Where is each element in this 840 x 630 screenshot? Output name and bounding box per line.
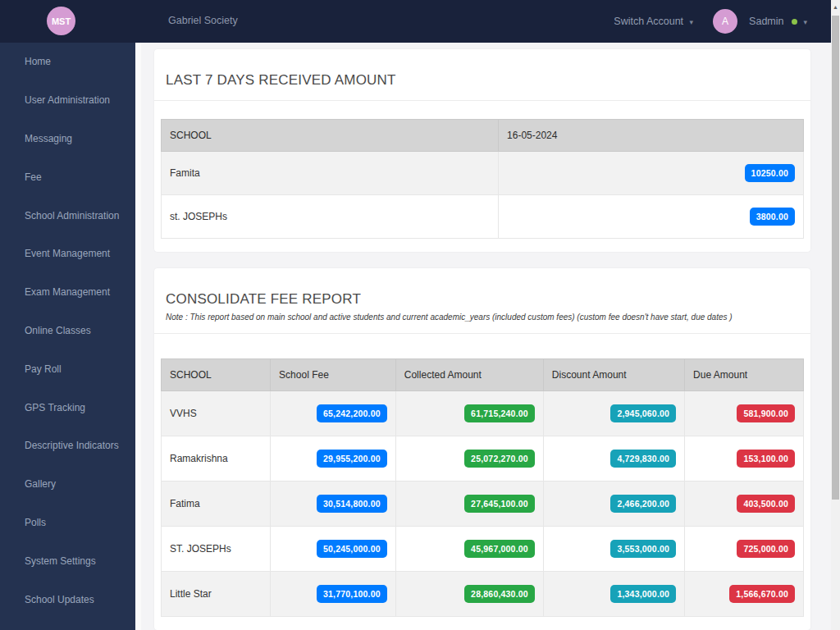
amount-cell: 1,343,000.00 [543, 572, 684, 617]
sidebar-scrollbar[interactable] [135, 43, 141, 630]
column-header: 16-05-2024 [499, 120, 804, 152]
sidebar-item-home[interactable]: Home [0, 43, 135, 81]
amount-cell: 3,553,000.00 [543, 527, 684, 572]
sidebar-item-school-updates[interactable]: School Updates [0, 580, 135, 619]
consolidate-table-body: VVHS65,242,200.0061,715,240.002,945,060.… [162, 391, 804, 617]
school-name-cell: ST. JOSEPHs [162, 527, 271, 572]
received-table-header-row: SCHOOL16-05-2024 [162, 120, 804, 152]
page-scrollbar[interactable]: ▲ [831, 0, 840, 630]
received-table-body: Famita10250.00st. JOSEPHs3800.00 [162, 152, 804, 239]
amount-badge: 31,770,100.00 [317, 585, 387, 603]
amount-badge: 581,900.00 [737, 404, 795, 422]
amount-cell: 31,770,100.00 [271, 572, 396, 617]
scrollbar-thumb[interactable] [832, 16, 839, 500]
amount-cell: 29,955,200.00 [271, 436, 396, 482]
app-logo[interactable]: MST [47, 7, 75, 35]
column-header: Collected Amount [395, 359, 543, 391]
top-navbar: MST Gabriel Society Switch Account ▾ A S… [0, 0, 840, 43]
switch-account-dropdown[interactable]: Switch Account ▾ [614, 16, 693, 27]
amount-cell: 27,645,100.00 [395, 482, 543, 527]
amount-badge: 50,245,000.00 [317, 540, 387, 558]
amount-cell: 725,000.00 [685, 527, 804, 572]
table-row: ST. JOSEPHs50,245,000.0045,967,000.003,5… [162, 527, 804, 572]
sidebar-item-polls[interactable]: Polls [0, 504, 135, 542]
amount-cell: 50,245,000.00 [271, 527, 396, 572]
consolidate-table-header-row: SCHOOLSchool FeeCollected AmountDiscount… [162, 359, 804, 391]
column-header: Due Amount [685, 359, 804, 391]
consolidate-fee-card: CONSOLIDATE FEE REPORT Note : This repor… [154, 268, 810, 630]
amount-badge: 45,967,000.00 [464, 540, 535, 558]
amount-badge: 30,514,800.00 [317, 495, 387, 513]
amount-badge: 3,553,000.00 [610, 540, 676, 558]
column-header: SCHOOL [162, 120, 499, 152]
amount-badge: 403,500.00 [737, 495, 795, 513]
amount-cell: 1,566,670.00 [685, 572, 804, 617]
table-row: Fatima30,514,800.0027,645,100.002,466,20… [162, 482, 804, 527]
amount-cell: 2,466,200.00 [543, 482, 684, 527]
school-name-cell: st. JOSEPHs [162, 195, 499, 239]
amount-cell: 581,900.00 [685, 391, 804, 436]
school-name-cell: Fatima [162, 482, 271, 527]
amount-badge: 10250.00 [745, 164, 795, 182]
user-menu-dropdown[interactable]: Sadmin ▾ [749, 16, 807, 27]
amount-cell: 2,945,060.00 [543, 391, 684, 436]
sidebar-item-event-management[interactable]: Event Management [0, 235, 135, 273]
school-name-cell: VVHS [162, 391, 271, 436]
column-header: SCHOOL [162, 359, 271, 391]
avatar[interactable]: A [713, 9, 737, 34]
amount-cell: 153,100.00 [685, 436, 804, 482]
amount-badge: 1,566,670.00 [729, 585, 795, 603]
amount-badge: 3800.00 [750, 208, 795, 226]
amount-cell: 10250.00 [499, 152, 804, 195]
amount-badge: 4,729,830.00 [610, 450, 676, 468]
received-amount-table: SCHOOL16-05-2024 Famita10250.00st. JOSEP… [161, 119, 804, 239]
amount-badge: 2,945,060.00 [610, 404, 676, 422]
school-name-cell: Little Star [162, 572, 271, 617]
app-logo-text: MST [52, 16, 71, 26]
amount-badge: 28,860,430.00 [464, 585, 535, 603]
sidebar-item-user-administration[interactable]: User Administration [0, 81, 135, 120]
amount-badge: 27,645,100.00 [464, 495, 535, 513]
consolidate-fee-table: SCHOOLSchool FeeCollected AmountDiscount… [161, 358, 804, 617]
sidebar-item-system-settings[interactable]: System Settings [0, 541, 135, 580]
column-header: Discount Amount [543, 359, 684, 391]
chevron-down-icon: ▾ [803, 18, 807, 26]
table-row: Famita10250.00 [162, 152, 804, 195]
sidebar-item-online-classes[interactable]: Online Classes [0, 312, 135, 350]
consolidate-card-note: Note : This report based on main school … [166, 313, 799, 322]
sidebar-item-school-administration[interactable]: School Administration [0, 196, 135, 235]
sidebar-item-pay-roll[interactable]: Pay Roll [0, 349, 135, 388]
sidebar-item-gps-tracking[interactable]: GPS Tracking [0, 388, 135, 427]
amount-badge: 1,343,000.00 [610, 585, 676, 603]
amount-badge: 65,242,200.00 [317, 404, 387, 422]
sidebar-item-gallery[interactable]: Gallery [0, 465, 135, 504]
sidebar: HomeUser AdministrationMessagingFeeSchoo… [0, 43, 135, 630]
amount-badge: 25,072,270.00 [464, 450, 535, 468]
scroll-up-arrow-icon[interactable]: ▲ [831, 2, 840, 13]
amount-cell: 30,514,800.00 [271, 482, 396, 527]
username: Sadmin [749, 16, 783, 27]
sidebar-item-descriptive-indicators[interactable]: Descriptive Indicators [0, 427, 135, 465]
amount-cell: 45,967,000.00 [395, 527, 543, 572]
main-content: LAST 7 DAYS RECEIVED AMOUNT SCHOOL16-05-… [141, 43, 831, 630]
amount-cell: 3800.00 [499, 195, 804, 239]
amount-badge: 153,100.00 [737, 450, 795, 468]
switch-account-label: Switch Account [614, 16, 683, 27]
received-card-title: LAST 7 DAYS RECEIVED AMOUNT [166, 72, 799, 89]
table-row: VVHS65,242,200.0061,715,240.002,945,060.… [162, 391, 804, 436]
amount-cell: 4,729,830.00 [543, 436, 684, 482]
avatar-letter: A [722, 16, 728, 27]
sidebar-item-fee[interactable]: Fee [0, 158, 135, 196]
amount-cell: 65,242,200.00 [271, 391, 396, 436]
consolidate-card-title: CONSOLIDATE FEE REPORT [166, 291, 799, 308]
amount-cell: 25,072,270.00 [395, 436, 543, 482]
received-amount-card: LAST 7 DAYS RECEIVED AMOUNT SCHOOL16-05-… [154, 49, 810, 252]
amount-cell: 61,715,240.00 [395, 391, 543, 436]
school-name-cell: Famita [162, 152, 499, 195]
sidebar-item-messaging[interactable]: Messaging [0, 120, 135, 158]
school-name-cell: Ramakrishna [162, 436, 271, 482]
brand-name: Gabriel Society [168, 15, 238, 26]
sidebar-item-exam-management[interactable]: Exam Management [0, 273, 135, 312]
amount-cell: 403,500.00 [685, 482, 804, 527]
table-row: Ramakrishna29,955,200.0025,072,270.004,7… [162, 436, 804, 482]
